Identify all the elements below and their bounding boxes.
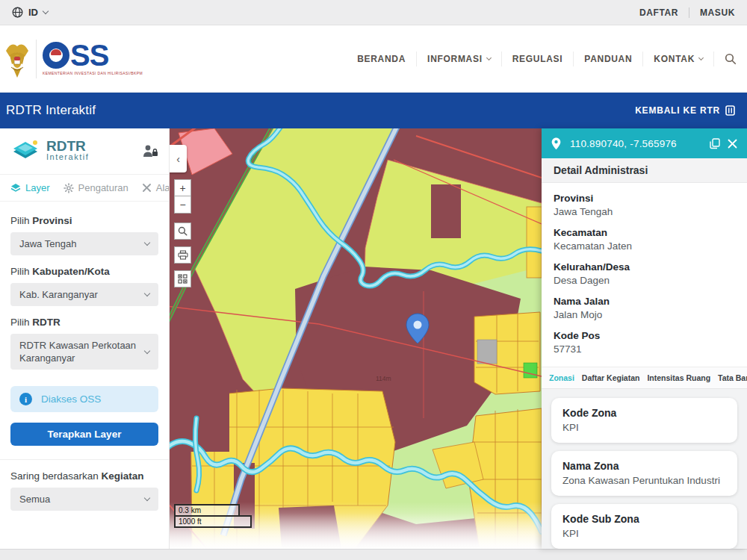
- footer-strip: [0, 549, 747, 560]
- zoning-basemap: 114m: [170, 128, 542, 549]
- nav-panduan[interactable]: PANDUAN: [573, 52, 642, 66]
- tab-layer[interactable]: Layer: [10, 182, 50, 193]
- divider: [36, 40, 37, 78]
- filter-label: Saring berdasarkan Kegiatan: [10, 470, 158, 482]
- nav-informasi[interactable]: INFORMASI: [416, 52, 501, 66]
- city-select[interactable]: Kab. Karanganyar: [10, 283, 158, 306]
- location-pin-icon: [551, 137, 561, 150]
- chevron-down-icon: [144, 290, 150, 296]
- basemap-grid-button[interactable]: [174, 270, 191, 287]
- rdtr-logo-title: RDTR: [46, 140, 89, 152]
- detail-tabs: Zonasi Daftar Kegiatan Intensitas Ruang …: [542, 367, 747, 389]
- user-lock-icon[interactable]: [142, 144, 158, 158]
- field-kelurahan-desa: Kelurahan/Desa Desa Dagen: [554, 261, 735, 287]
- nav-beranda[interactable]: BERANDA: [347, 52, 416, 66]
- back-to-rtr-button[interactable]: KEMBALI KE RTR: [635, 105, 735, 116]
- rdtr-logo-icon: [10, 138, 40, 164]
- field-nama-jalan: Nama Jalan Jalan Mojo: [554, 295, 735, 322]
- info-icon: i: [19, 393, 32, 405]
- chevron-down-icon: [486, 55, 492, 60]
- province-label: Pilih Provinsi: [10, 215, 158, 226]
- coordinates-bar: 110.890740, -7.565976: [542, 128, 747, 158]
- tab-tata-bangunan[interactable]: Tata Bangunan: [718, 373, 747, 382]
- utility-bar: ID DAFTAR MASUK: [0, 0, 747, 25]
- rdtr-logo: RDTR Interaktif: [10, 138, 89, 164]
- copy-icon[interactable]: [710, 138, 720, 149]
- sidebar-collapse-button[interactable]: ‹: [170, 145, 187, 172]
- search-icon: [178, 226, 187, 236]
- zoom-out-button[interactable]: −: [174, 196, 191, 214]
- login-link[interactable]: MASUK: [700, 7, 735, 18]
- tab-pengaturan[interactable]: Pengaturan: [63, 182, 128, 193]
- tab-zonasi[interactable]: Zonasi: [549, 373, 574, 382]
- province-select[interactable]: Jawa Tengah: [10, 232, 158, 255]
- page-bar: RDTR Interaktif KEMBALI KE RTR: [0, 93, 747, 128]
- tab-daftar-kegiatan[interactable]: Daftar Kegiatan: [582, 373, 640, 382]
- oss-logo-text: SS: [70, 42, 108, 69]
- page-title: RDTR Interaktif: [6, 103, 96, 118]
- zoom-in-button[interactable]: +: [174, 179, 191, 196]
- card-kode-sub-zona: Kode Sub Zona KPI: [551, 504, 737, 549]
- rdtr-label: Pilih RDTR: [10, 317, 158, 328]
- layer-sidebar: RDTR Interaktif Layer Pengaturan: [0, 128, 170, 549]
- field-kode-pos: Kode Pos 57731: [554, 329, 735, 356]
- search-icon: [725, 53, 737, 65]
- register-link[interactable]: DAFTAR: [639, 7, 678, 18]
- chevron-down-icon: [144, 240, 150, 246]
- administrative-fields: Provinsi Jawa Tengah Kecamatan Kecamatan…: [542, 183, 747, 367]
- garuda-emblem-icon: [4, 39, 30, 79]
- map-scalebar: 0.3 km 1000 ft: [174, 504, 252, 528]
- divider: [0, 459, 169, 460]
- divider: [689, 7, 689, 18]
- field-provinsi: Provinsi Jawa Tengah: [554, 192, 735, 219]
- scale-km: 0.3 km: [174, 504, 240, 515]
- field-kecamatan: Kecamatan Kecamatan Jaten: [554, 226, 735, 253]
- gear-icon: [63, 183, 74, 193]
- chevron-down-icon: [144, 347, 150, 353]
- rdtr-logo-subtitle: Interaktif: [46, 152, 89, 161]
- chevron-down-icon: [698, 55, 704, 60]
- apply-layer-button[interactable]: Terapkan Layer: [10, 423, 158, 446]
- map-search-button[interactable]: [174, 223, 191, 240]
- nav-kontak[interactable]: KONTAK: [642, 52, 713, 66]
- nav-regulasi[interactable]: REGULASI: [501, 52, 574, 66]
- diakses-oss-banner[interactable]: i Diakses OSS: [10, 386, 158, 412]
- print-button[interactable]: [174, 246, 191, 264]
- layers-icon: [10, 183, 21, 193]
- globe-icon: [12, 7, 23, 18]
- sidebar-tabs: Layer Pengaturan Alat: [0, 174, 169, 202]
- tab-intensitas-ruang[interactable]: Intensitas Ruang: [647, 373, 710, 382]
- zoning-cards: Kode Zona KPI Nama Zona Zona Kawasan Per…: [542, 389, 747, 549]
- coordinates-value: 110.890740, -7.565976: [570, 138, 702, 149]
- language-label: ID: [28, 7, 38, 18]
- close-icon[interactable]: [728, 139, 737, 149]
- oss-logo-subtext: KEMENTERIAN INVESTASI DAN HILIRISASI/BKP…: [43, 71, 143, 75]
- chevron-down-icon: [144, 495, 150, 501]
- tab-alat[interactable]: Alat: [142, 182, 170, 193]
- map-canvas[interactable]: 114m ‹ + − 0: [170, 128, 542, 549]
- search-button[interactable]: [713, 52, 737, 66]
- main-header: SS KEMENTERIAN INVESTASI DAN HILIRISASI/…: [0, 25, 747, 93]
- card-nama-zona: Nama Zona Zona Kawasan Peruntukan Indust…: [551, 451, 737, 496]
- section-title: Detail Administrasi: [542, 158, 747, 183]
- oss-brand[interactable]: SS KEMENTERIAN INVESTASI DAN HILIRISASI/…: [4, 39, 143, 79]
- main-nav: BERANDA INFORMASI REGULASI PANDUAN KONTA…: [347, 52, 737, 66]
- card-kode-zona: Kode Zona KPI: [551, 398, 737, 443]
- detail-panel: 110.890740, -7.565976 Detail Administras…: [542, 128, 747, 549]
- tools-icon: [142, 183, 152, 193]
- grid-qr-icon: [178, 274, 187, 284]
- language-selector[interactable]: ID: [12, 7, 48, 18]
- rdtr-select[interactable]: RDTR Kawasan Perkotaan Karanganyar: [10, 334, 158, 370]
- scale-ft: 1000 ft: [174, 515, 252, 528]
- building-icon: [725, 105, 735, 116]
- activity-filter-select[interactable]: Semua: [10, 488, 158, 511]
- elevation-label: 114m: [376, 375, 391, 382]
- city-label: Pilih Kabupaten/Kota: [10, 266, 158, 277]
- printer-icon: [178, 250, 188, 260]
- chevron-down-icon: [43, 8, 49, 14]
- oss-logo-ring: [43, 42, 69, 69]
